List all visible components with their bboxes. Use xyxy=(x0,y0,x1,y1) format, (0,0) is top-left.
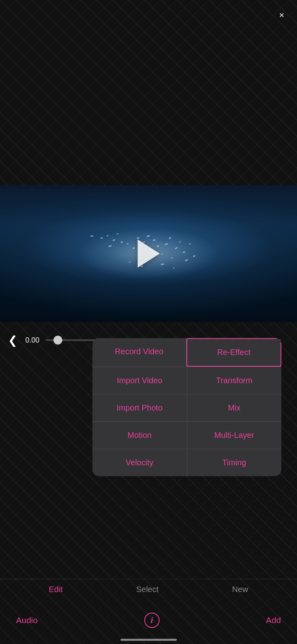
add-button[interactable]: Add xyxy=(266,615,281,625)
nav-edit[interactable]: Edit xyxy=(49,585,62,594)
info-button[interactable]: i xyxy=(144,613,160,628)
menu-row-2: Import Video Transform xyxy=(92,367,281,394)
nav-new[interactable]: New xyxy=(232,585,248,594)
record-video-button[interactable]: Record Video xyxy=(92,338,186,367)
transform-button[interactable]: Transform xyxy=(187,367,282,394)
time-display: 0.00 xyxy=(25,336,39,345)
chevron-left-button[interactable]: ❮ xyxy=(8,334,17,347)
velocity-button[interactable]: Velocity xyxy=(92,449,187,476)
bottom-nav: Edit Select New xyxy=(0,579,297,600)
diamond-grid-top xyxy=(0,0,297,185)
menu-row-5: Velocity Timing xyxy=(92,449,281,476)
menu-row-3: Import Photo Mix xyxy=(92,394,281,422)
footer-toolbar: Audio i Add xyxy=(0,613,297,628)
bottom-section: ❮ 0.00 Record Video Re-Effect Import Vid… xyxy=(0,322,297,644)
play-button[interactable] xyxy=(137,239,160,268)
motion-button[interactable]: Motion xyxy=(92,422,187,449)
import-photo-button[interactable]: Import Photo xyxy=(92,394,187,421)
re-effect-button[interactable]: Re-Effect xyxy=(186,338,282,367)
import-video-button[interactable]: Import Video xyxy=(92,367,187,394)
audio-button[interactable]: Audio xyxy=(16,615,38,625)
popup-menu: Record Video Re-Effect Import Video Tran… xyxy=(92,338,281,476)
menu-row-4: Motion Multi-Layer xyxy=(92,422,281,449)
nav-select[interactable]: Select xyxy=(136,585,159,594)
menu-row-1: Record Video Re-Effect xyxy=(92,338,281,367)
slider-thumb[interactable] xyxy=(53,336,62,345)
video-preview xyxy=(0,185,297,322)
top-section: × xyxy=(0,0,297,185)
home-indicator xyxy=(121,639,177,641)
timing-button[interactable]: Timing xyxy=(187,449,282,476)
mix-button[interactable]: Mix xyxy=(187,394,282,421)
close-button[interactable]: × xyxy=(274,8,289,23)
multi-layer-button[interactable]: Multi-Layer xyxy=(187,422,282,449)
